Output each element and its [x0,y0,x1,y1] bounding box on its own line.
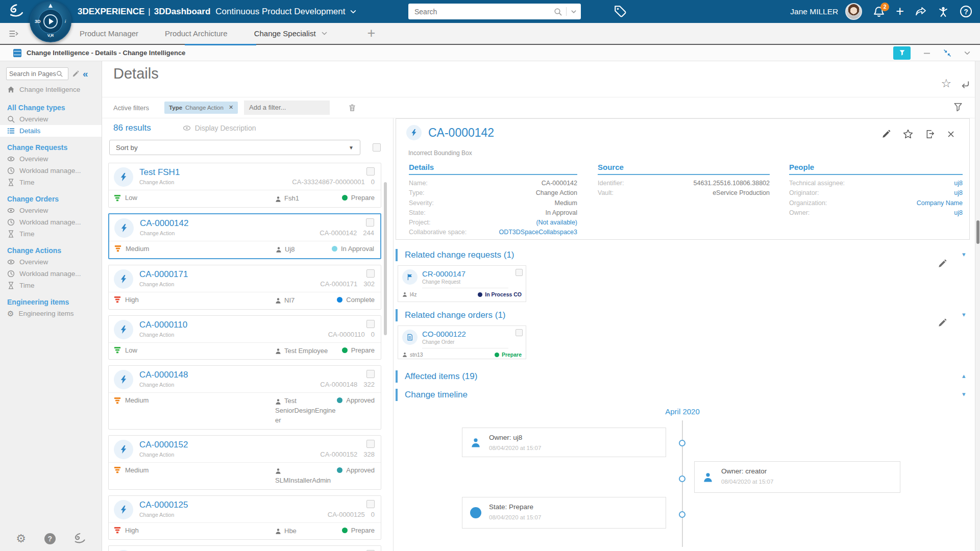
related-request-card[interactable]: CR-0000147 Change Request l4z In Process… [398,265,526,302]
result-card-selected[interactable]: CA-0000142 Change Action CA-0000142244 M… [108,213,381,259]
restore-size-icon[interactable] [943,49,951,57]
global-search-box[interactable] [408,4,581,19]
sort-select[interactable]: Sort by [109,140,360,155]
tab-product-manager[interactable]: Product Manager [80,29,138,38]
result-card[interactable]: CA-0000110 Change Action CA-00001100 Low… [108,315,381,360]
collapse-section-icon[interactable] [962,311,966,318]
remove-filter-icon[interactable] [229,105,233,111]
tab-product-archicture[interactable]: Product Archicture [165,29,228,38]
avatar[interactable] [845,3,862,20]
result-card[interactable]: Test FSH1 Change Action CA-33324867-0000… [108,163,381,208]
expand-section-icon[interactable] [962,372,966,379]
card-title[interactable]: CA-0000110 [139,320,328,330]
sidebar-item-co-overview[interactable]: Overview [0,205,102,216]
result-card[interactable]: CA-0000125 Change Action CA-00001250 Hig… [108,495,381,540]
add-filter-input[interactable]: Add a filter... [244,101,330,115]
sidebar-item-cr-workload[interactable]: Workload manage... [0,165,102,177]
collapse-app-chevron-icon[interactable] [964,49,971,57]
search-icon[interactable] [554,8,562,16]
card-checkbox[interactable] [366,440,375,448]
organization-link[interactable]: Company Name [917,199,963,208]
detail-title[interactable]: CA-0000142 [428,126,494,140]
timeline-node[interactable] [679,475,685,482]
card-title[interactable]: CR-0000147 [422,269,508,278]
collapse-section-icon[interactable] [962,251,966,258]
notifications-button[interactable]: 2 [873,6,885,17]
search-options-chevron-icon[interactable] [571,9,577,15]
timeline-event-card[interactable]: State: Prepare 08/04/2020 at 15:07 [462,497,666,529]
edit-icon[interactable] [938,259,947,268]
sidebar-item-cr-overview[interactable]: Overview [0,153,102,165]
card-title[interactable]: CA-0000148 [139,370,320,380]
sidebar-item-ca-overview[interactable]: Overview [0,256,102,268]
minimize-icon[interactable] [923,49,931,57]
add-tab-button[interactable] [368,27,376,40]
originator-link[interactable]: uj8 [954,189,963,197]
owner-link[interactable]: uj8 [954,209,963,217]
sidebar-item-co-time[interactable]: Time [0,228,102,240]
trash-icon[interactable] [348,104,356,112]
card-checkbox[interactable] [516,329,523,336]
export-icon[interactable] [925,130,935,139]
search-in-pages-box[interactable] [6,67,68,80]
sidebar-item-ca-time[interactable]: Time [0,280,102,291]
favorite-icon[interactable] [941,78,951,89]
select-all-checkbox[interactable] [373,143,381,152]
card-checkbox[interactable] [366,370,375,378]
filter-toggle-button[interactable] [893,46,911,60]
card-title[interactable]: CA-0000152 [139,440,320,450]
collaboration-icon[interactable] [938,6,949,17]
dashboard-name[interactable]: Continuous Product Development [215,7,345,17]
collab-space-link[interactable]: ODT3DSpaceCollabspace3 [499,229,577,237]
page-scrollbar[interactable] [975,61,980,551]
tab-scrollbar-thumb[interactable] [185,44,256,45]
close-icon[interactable] [947,130,955,138]
result-card[interactable]: CA-0000180 Change Action CA-0000180301 M… [108,545,381,551]
search-in-pages-input[interactable] [9,70,56,78]
related-order-card[interactable]: CO-0000122 Change Order stn13 Prepare [398,325,526,359]
page-scrollbar-thumb[interactable] [976,220,979,244]
undo-icon[interactable] [961,80,970,89]
result-card[interactable]: CA-0000148 Change Action CA-0000148322 M… [108,365,381,430]
help-icon[interactable] [44,533,56,544]
add-content-button[interactable] [896,5,904,18]
card-title[interactable]: CA-0000142 [140,218,320,229]
technical-assignee-link[interactable]: uj8 [954,180,963,188]
sidebar-item-co-workload[interactable]: Workload manage... [0,216,102,228]
ds-logo-icon[interactable] [74,533,86,545]
sidebar-home[interactable]: Change Intelligence [0,82,102,97]
share-icon[interactable] [915,6,926,17]
card-title[interactable]: CA-0000171 [139,269,320,280]
card-checkbox[interactable] [516,269,523,276]
sidebar-item-cr-time[interactable]: Time [0,177,102,188]
edit-icon[interactable] [938,318,947,328]
collapse-sidebar-icon[interactable] [83,69,88,79]
sidebar-item-ca-workload[interactable]: Workload manage... [0,268,102,280]
card-checkbox[interactable] [366,167,375,176]
sidebar-item-details[interactable]: Details [0,125,102,137]
timeline-event-card[interactable]: Owner: uj8 08/04/2020 at 15:07 [462,428,666,457]
card-title[interactable]: Test FSH1 [139,167,292,178]
filter-chip[interactable]: Type Change Action [164,102,238,114]
timeline-event-card[interactable]: Owner: creator 08/04/2020 at 15:07 [694,461,900,493]
edit-pages-icon[interactable] [72,70,79,78]
dashboard-chevron-icon[interactable] [350,8,357,15]
timeline-node[interactable] [679,440,685,446]
timeline-node[interactable] [679,511,685,518]
result-card[interactable]: CA-0000152 Change Action CA-0000152328 M… [108,435,381,490]
compass-icon[interactable]: 3D i V,R [30,1,71,42]
user-name[interactable]: Jane MILLER [790,7,838,16]
ds-logo-icon[interactable] [6,4,28,19]
search-icon[interactable] [56,70,63,77]
sidebar-item-all-overview[interactable]: Overview [0,113,102,125]
favorite-icon[interactable] [903,129,913,139]
help-icon[interactable] [960,6,972,17]
card-checkbox[interactable] [366,500,375,508]
result-card[interactable]: CA-0000171 Change Action CA-0000171302 H… [108,265,381,310]
card-checkbox[interactable] [366,269,375,278]
card-checkbox[interactable] [366,218,374,227]
dashboard-panel-toggle-icon[interactable] [8,29,18,39]
edit-icon[interactable] [881,130,891,139]
results-scrollbar[interactable] [384,182,387,335]
card-checkbox[interactable] [366,320,375,328]
